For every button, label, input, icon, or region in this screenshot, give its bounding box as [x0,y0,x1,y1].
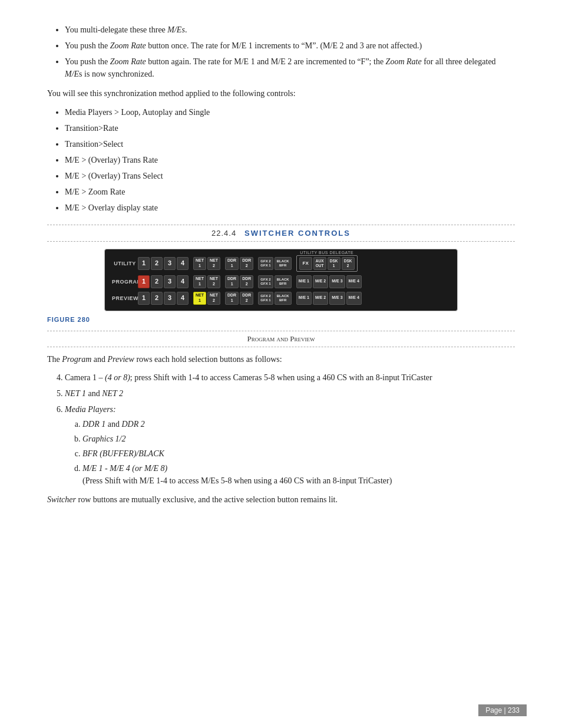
program-buttons: 1 2 3 4 NET1 NET2 DDR1 DDR2 GFX 2GFX 1 B… [138,275,362,288]
utility-btn-3[interactable]: 3 [164,257,176,270]
bullet-item: Transition>Select [65,138,515,150]
preview-me1[interactable]: M/E 1 [296,292,312,305]
preview-black[interactable]: BLACKBFR [275,292,292,305]
bullet-item: You multi-delegate these three M/Es. [65,24,515,36]
section-divider: 22.4.4 SWITCHER CONTROLS [47,225,515,242]
program-me4[interactable]: M/E 4 [346,275,362,288]
preview-me3[interactable]: M/E 3 [329,292,345,305]
bullet-item: M/E > (Overlay) Trans Select [65,170,515,182]
utility-label: UTILITY [112,261,138,266]
ordered-item-5: NET 1 and NET 2 [65,387,515,400]
bullet-item: You push the Zoom Rate button once. The … [65,39,515,52]
page-footer: Page | 233 [478,704,527,716]
preview-btn-2[interactable]: 2 [151,292,163,305]
bullet-item: Transition>Rate [65,122,515,134]
preview-me4[interactable]: M/E 4 [346,292,362,305]
program-me1[interactable]: M/E 1 [296,275,312,288]
preview-buttons: 1 2 3 4 NET1 NET2 DDR1 DDR2 GFX 2GFX 1 B… [138,292,362,305]
utility-dsk2[interactable]: DSK2 [342,257,355,270]
program-black[interactable]: BLACKBFR [275,275,292,288]
sub-list: DDR 1 and DDR 2 Graphics 1/2 BFR (BUFFER… [82,418,515,487]
bullet-item: You push the Zoom Rate button again. The… [65,55,515,80]
preview-ddr2[interactable]: DDR2 [240,292,253,305]
utility-net1[interactable]: NET1 [193,257,206,270]
subsection-title-text: Program and Preview [247,334,315,343]
intro-para: You will see this synchronization method… [47,87,515,100]
program-gfx[interactable]: GFX 2GFX 1 [258,275,273,288]
sub-item-c: BFR (BUFFER)/BLACK [82,447,515,460]
program-row: PROGRAM 1 2 3 4 NET1 NET2 DDR1 DDR2 GFX … [112,275,450,288]
program-btn-3[interactable]: 3 [164,275,176,288]
utility-ddr2[interactable]: DDR2 [240,257,253,270]
utility-btn-4[interactable]: 4 [177,257,189,270]
preview-btn-4[interactable]: 4 [177,292,189,305]
preview-net2[interactable]: NET2 [207,292,220,305]
bullet-item: M/E > Overlay display state [65,202,515,214]
preview-row: PREVIEW 1 2 3 4 NET1 NET2 DDR1 DDR2 GFX … [112,292,450,305]
bullet-list-2: Media Players > Loop, Autoplay and Singl… [65,106,515,214]
program-btn-4[interactable]: 4 [177,275,189,288]
closing-para: Switcher row buttons are mutually exclus… [47,493,515,506]
bullet-item: M/E > Zoom Rate [65,186,515,198]
utility-net2[interactable]: NET2 [207,257,220,270]
utility-delegate-box: UTILITY BUS DELEGATE FX AUXOUT DSK1 DSK2 [296,255,358,272]
preview-ddr1[interactable]: DDR1 [225,292,239,305]
program-ddr2[interactable]: DDR2 [240,275,253,288]
bullet-item: M/E > (Overlay) Trans Rate [65,154,515,166]
utility-btn-2[interactable]: 2 [151,257,163,270]
ordered-item-4: Camera 1 – (4 or 8); press Shift with 1-… [65,371,515,384]
program-ddr1[interactable]: DDR1 [225,275,239,288]
preview-btn-3[interactable]: 3 [164,292,176,305]
utility-black[interactable]: BLACKBFR [275,257,292,270]
utility-fx[interactable]: FX [299,257,312,270]
ordered-item-6: Media Players: DDR 1 and DDR 2 Graphics … [65,403,515,487]
switcher-figure: UTILITY 1 2 3 4 NET1 NET2 DDR1 DDR2 GFX … [104,249,458,311]
utility-gfx[interactable]: GFX 2GFX 1 [258,257,273,270]
utility-dsk1[interactable]: DSK1 [328,257,340,270]
ordered-list: Camera 1 – (4 or 8); press Shift with 1-… [65,371,515,487]
bullet-item: Media Players > Loop, Autoplay and Singl… [65,106,515,118]
program-net1[interactable]: NET1 [193,275,206,288]
utility-delegate-label: UTILITY BUS DELEGATE [300,251,353,255]
figure-caption: FIGURE 280 [47,315,515,325]
bullet-list-1: You multi-delegate these three M/Es. You… [65,24,515,80]
subsection-title: Program and Preview [47,331,515,347]
utility-btn-1[interactable]: 1 [138,257,150,270]
program-me2[interactable]: M/E 2 [313,275,328,288]
preview-net1[interactable]: NET1 [193,292,206,305]
program-btn-2[interactable]: 2 [151,275,163,288]
utility-ddr1[interactable]: DDR1 [225,257,239,270]
page-number: Page | 233 [485,706,520,714]
sub-item-a: DDR 1 and DDR 2 [82,418,515,431]
section-number: 22.4.4 [211,229,236,238]
preview-me2[interactable]: M/E 2 [313,292,328,305]
program-btn-1[interactable]: 1 [138,275,150,288]
preview-btn-1[interactable]: 1 [138,292,150,305]
program-net2[interactable]: NET2 [207,275,220,288]
sub-item-b: Graphics 1/2 [82,433,515,446]
utility-num-buttons: 1 2 3 4 NET1 NET2 DDR1 DDR2 GFX 2GFX 1 B… [138,255,358,272]
preview-label: PREVIEW [112,295,138,301]
program-me3[interactable]: M/E 3 [329,275,345,288]
program-label: PROGRAM [112,279,138,285]
utility-aux-out[interactable]: AUXOUT [313,257,326,270]
section-title: SWITCHER CONTROLS [244,229,351,238]
preview-gfx[interactable]: GFX 2GFX 1 [258,292,273,305]
utility-row: UTILITY 1 2 3 4 NET1 NET2 DDR1 DDR2 GFX … [112,255,450,272]
program-preview-para: The Program and Preview rows each hold s… [47,353,515,366]
sub-item-d: M/E 1 - M/E 4 (or M/E 8) (Press Shift wi… [82,462,515,487]
